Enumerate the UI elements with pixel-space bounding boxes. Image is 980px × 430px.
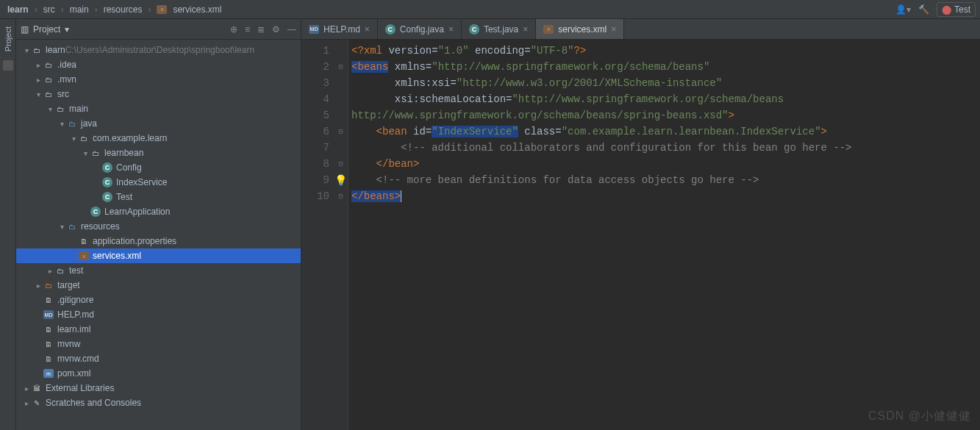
tree-node[interactable]: ▾🗀main	[16, 101, 301, 116]
intention-bulb-icon[interactable]: 💡	[335, 174, 347, 187]
code-text[interactable]: <?xml version="1.0" encoding="UTF-8"?> <…	[348, 40, 980, 430]
structure-tool-tab[interactable]	[3, 60, 13, 71]
t: "com.example.learn.learnbean.IndexServic…	[562, 126, 821, 137]
tree-node[interactable]: ▾🗀learn C:\Users\Administrator\Desktop\s…	[16, 43, 301, 57]
tree-node[interactable]: ▸🗀test	[16, 263, 301, 278]
close-icon[interactable]: ×	[611, 24, 616, 35]
tree-node[interactable]: 🗎mvnw	[16, 337, 301, 351]
expand-arrow-icon[interactable]: ▾	[57, 223, 66, 231]
tree-node[interactable]: ▸🗀.idea	[16, 57, 301, 72]
breadcrumb-item[interactable]: main	[67, 3, 92, 16]
expand-arrow-icon[interactable]: ▾	[69, 135, 78, 143]
editor-tab[interactable]: CTest.java×	[462, 19, 536, 39]
t: <bean	[351, 126, 407, 137]
line-number[interactable]: 6	[301, 123, 329, 140]
tree-node[interactable]: 🗎mvnw.cmd	[16, 351, 301, 366]
breadcrumb-item[interactable]: resources	[101, 3, 146, 16]
line-number[interactable]: 9	[301, 172, 329, 188]
tree-node[interactable]: mpom.xml	[16, 366, 301, 381]
editor-area: MDHELP.md×CConfig.java×CTest.java×xservi…	[301, 19, 980, 430]
close-icon[interactable]: ×	[365, 24, 370, 35]
tree-node[interactable]: CTest	[16, 190, 301, 204]
hide-icon[interactable]: —	[287, 24, 296, 35]
fold-icon[interactable]: ⊟	[334, 59, 348, 75]
chevron-right-icon: ›	[35, 4, 37, 15]
class-icon: C	[101, 162, 113, 173]
tree-node[interactable]: CIndexService	[16, 175, 301, 190]
tree-node[interactable]: CConfig	[16, 160, 301, 175]
tree-node[interactable]: ▸✎Scratches and Consoles	[16, 395, 301, 410]
project-title: Project	[33, 24, 60, 35]
editor-tab[interactable]: CConfig.java×	[378, 19, 462, 39]
line-number[interactable]: 4	[301, 91, 329, 107]
tree-node[interactable]: ▾🗀java	[16, 116, 301, 131]
breadcrumb-item[interactable]: learn	[4, 3, 32, 16]
chevron-down-icon: ▾	[65, 24, 69, 35]
fold-icon[interactable]: ⊟	[334, 123, 348, 140]
tree-node[interactable]: ▸🗀target	[16, 278, 301, 293]
tab-label: services.xml	[558, 24, 607, 35]
md-icon: MD	[309, 25, 319, 34]
tree-node[interactable]: ▾🗀com.example.learn	[16, 131, 301, 146]
project-tree[interactable]: ▾🗀learn C:\Users\Administrator\Desktop\s…	[16, 40, 301, 430]
tree-label: com.example.learn	[93, 133, 167, 143]
line-number[interactable]: 7	[301, 140, 329, 156]
build-icon[interactable]: 🔨	[918, 4, 929, 15]
line-number[interactable]: 1	[301, 43, 329, 59]
user-icon[interactable]: 👤▾	[895, 4, 911, 15]
project-panel: ▥ Project ▾ ⊕ ≡ ≣ ⚙ — ▾🗀learn C:\Users\A…	[16, 19, 301, 430]
t: ?>	[573, 45, 586, 57]
run-test-button[interactable]: ⬤ Test	[937, 2, 976, 17]
tree-label: .gitignore	[57, 295, 93, 305]
expand-arrow-icon[interactable]: ▸	[34, 76, 43, 84]
line-number[interactable]: 3	[301, 75, 329, 91]
t: <!-- more bean definitions for data acce…	[351, 174, 759, 186]
breadcrumb-item[interactable]: src	[40, 3, 58, 16]
tree-node[interactable]: xservices.xml	[16, 248, 301, 263]
expand-arrow-icon[interactable]: ▾	[34, 90, 43, 98]
folder-icon: 🗀	[66, 118, 78, 129]
tree-node[interactable]: ▸🏛External Libraries	[16, 381, 301, 395]
expand-arrow-icon[interactable]: ▾	[46, 105, 54, 113]
settings-icon[interactable]: ⚙	[272, 24, 280, 35]
project-tool-tab[interactable]: Project	[2, 24, 14, 54]
caret	[401, 190, 401, 202]
tree-node[interactable]: 🗎learn.iml	[16, 322, 301, 337]
select-opened-icon[interactable]: ⊕	[230, 24, 237, 35]
tree-node[interactable]: CLearnApplication	[16, 204, 301, 219]
tree-node[interactable]: 🗎application.properties	[16, 234, 301, 248]
expand-arrow-icon[interactable]: ▸	[34, 61, 43, 69]
fold-end-icon[interactable]: ⊟	[334, 156, 348, 172]
editor-tab[interactable]: xservices.xml×	[536, 19, 624, 39]
close-icon[interactable]: ×	[448, 24, 454, 35]
expand-arrow-icon[interactable]: ▸	[22, 384, 31, 393]
t: </beans>	[351, 190, 401, 202]
expand-arrow-icon[interactable]: ▸	[46, 267, 54, 275]
line-number[interactable]: 2	[301, 59, 329, 75]
line-number[interactable]: 10	[301, 188, 329, 204]
expand-arrow-icon[interactable]: ▸	[22, 399, 31, 407]
editor-tab[interactable]: MDHELP.md×	[301, 19, 378, 39]
folder-icon: 🗀	[66, 221, 78, 232]
breadcrumb-item[interactable]: x services.xml	[154, 3, 224, 16]
tree-label: src	[57, 89, 69, 99]
close-icon[interactable]: ×	[523, 24, 528, 35]
tree-node[interactable]: ▾🗀learnbean	[16, 146, 301, 160]
expand-arrow-icon[interactable]: ▾	[57, 120, 66, 128]
fold-end-icon[interactable]: ⊟	[334, 188, 348, 204]
tree-node[interactable]: ▸🗀.mvn	[16, 72, 301, 87]
line-number[interactable]: 8	[301, 156, 329, 172]
project-dropdown[interactable]: ▥ Project ▾	[21, 24, 69, 35]
collapse-all-icon[interactable]: ≣	[257, 24, 265, 35]
tree-label: learn	[46, 45, 65, 55]
expand-all-icon[interactable]: ≡	[245, 24, 250, 35]
tree-node[interactable]: MDHELP.md	[16, 307, 301, 322]
tree-node[interactable]: ▾🗀resources	[16, 219, 301, 234]
expand-arrow-icon[interactable]: ▾	[81, 149, 90, 157]
line-number[interactable]: 5	[301, 107, 329, 123]
tree-node[interactable]: 🗎.gitignore	[16, 293, 301, 307]
expand-arrow-icon[interactable]: ▸	[34, 282, 43, 290]
library-icon: 🏛	[31, 382, 43, 394]
tree-node[interactable]: ▾🗀src	[16, 87, 301, 101]
expand-arrow-icon[interactable]: ▾	[22, 46, 31, 54]
